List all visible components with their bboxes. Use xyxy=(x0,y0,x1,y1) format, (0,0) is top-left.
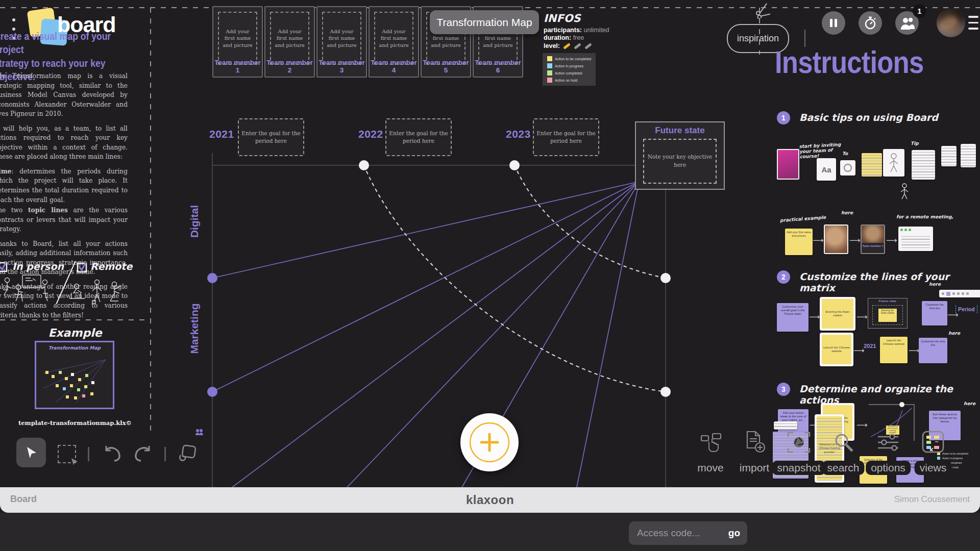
timer-button[interactable] xyxy=(859,11,882,35)
plus-icon xyxy=(468,421,511,464)
tip-note: Tip xyxy=(911,141,919,146)
in-person-illustration xyxy=(0,274,51,305)
figure-doodle xyxy=(898,183,911,200)
arrow-glyph: ⟶ xyxy=(856,312,868,321)
remote-checkbox[interactable] xyxy=(77,262,88,273)
instruction-sticky: Customize the time line xyxy=(922,301,947,325)
arrow-glyph: ⟶ xyxy=(813,236,824,245)
instruction-card xyxy=(941,146,957,166)
team-photo-placeholder[interactable]: Add your first name and picture xyxy=(270,12,309,65)
snapshot-tool[interactable] xyxy=(787,432,811,453)
example-thumbnail[interactable]: Transformation Map xyxy=(35,341,114,409)
topic-label-digital[interactable]: Digital xyxy=(188,205,201,238)
in-person-checkbox[interactable] xyxy=(0,261,8,272)
future-objective-input[interactable]: Note your key objective here xyxy=(643,139,717,184)
tool-divider xyxy=(88,447,89,461)
team-card[interactable]: Add your first name and pictureTeam memb… xyxy=(369,6,419,78)
future-state-box[interactable]: Future state Note your key objective her… xyxy=(635,121,725,190)
arrow-glyph: ⟶ xyxy=(809,312,820,321)
lasso-tool[interactable] xyxy=(178,444,197,463)
mini-toolbar xyxy=(939,290,980,297)
arc-handle[interactable] xyxy=(660,387,671,397)
team-card-label: Team member 2 xyxy=(265,59,314,74)
topic-handle[interactable] xyxy=(207,273,217,283)
instruction-sticky: Add your first name and picture xyxy=(785,229,813,255)
pause-icon xyxy=(828,18,839,28)
team-card-label: Team member 4 xyxy=(370,59,418,74)
views-tool[interactable]: ~ xyxy=(922,431,944,453)
year-thumb: 2021 xyxy=(864,343,876,349)
mode-remote-label: Remote xyxy=(90,261,132,272)
redo-button[interactable] xyxy=(133,445,153,462)
snapshot-label: snapshot xyxy=(772,461,825,475)
team-card[interactable]: Add your first name and pictureTeam memb… xyxy=(212,6,263,78)
avatar[interactable] xyxy=(937,9,965,37)
section-number: 3 xyxy=(777,383,790,396)
search-tool[interactable] xyxy=(833,432,854,453)
arc-handle[interactable] xyxy=(359,160,369,170)
team-photo-placeholder[interactable]: Add your first name and picture xyxy=(374,12,413,65)
year-label[interactable]: 2022 xyxy=(358,128,383,140)
pause-button[interactable] xyxy=(822,11,845,35)
team-card-label: Team member 5 xyxy=(422,59,470,74)
board-app: Digital Marketing Sales 2021 Enter the g… xyxy=(0,0,980,551)
people-icon xyxy=(899,16,915,30)
instruction-card xyxy=(912,150,935,180)
board-title-pill[interactable]: Transformation Map xyxy=(430,10,539,34)
goal-box-2021[interactable]: Enter the goal for the period here xyxy=(238,118,304,156)
topic-handle[interactable] xyxy=(207,387,217,397)
move-tool[interactable] xyxy=(700,433,722,453)
future-state-thumb: Future state Entering the Asian market xyxy=(868,298,908,329)
paragraph: The Transformation map is a visual strat… xyxy=(0,71,128,119)
arc-handle[interactable] xyxy=(509,160,520,170)
access-code-field[interactable]: go xyxy=(629,521,747,545)
options-label: options xyxy=(866,461,911,475)
arrow-glyph: ⟶ xyxy=(856,420,868,430)
instruction-sticky: Customize the time line xyxy=(919,338,947,363)
infos-title: INFOS xyxy=(544,12,609,24)
user-name: Simon Coussement xyxy=(894,494,970,505)
team-photo-placeholder[interactable]: Add your first name and picture xyxy=(218,12,257,65)
cursor-tool-active[interactable] xyxy=(16,438,46,467)
marquee-select-tool[interactable] xyxy=(58,445,76,463)
arrow-glyph: ⟶ xyxy=(853,346,865,355)
year-label[interactable]: 2023 xyxy=(506,128,531,140)
browser-thumb xyxy=(898,227,933,251)
level-brush-icon xyxy=(563,42,571,49)
instruction-sticky: Customize your overall goal in the 'Futu… xyxy=(777,303,808,332)
undo-button[interactable] xyxy=(102,445,122,462)
views-label: views xyxy=(915,461,952,475)
instruction-sticky xyxy=(862,153,882,177)
goal-box-2023[interactable]: Enter the goal for the period here xyxy=(533,118,599,156)
infos-block: INFOS participants: unlimited duration: … xyxy=(544,12,609,49)
paragraph: It will help you, as a team, to list all… xyxy=(0,124,128,162)
team-card[interactable]: Add your first name and pictureTeam memb… xyxy=(264,6,315,78)
options-tool[interactable] xyxy=(877,433,899,452)
here-note: here xyxy=(841,210,853,215)
year-label[interactable]: 2021 xyxy=(209,128,234,140)
goal-box-2022[interactable]: Enter the goal for the period here xyxy=(385,118,452,156)
team-card[interactable]: Add your first name and pictureTeam memb… xyxy=(316,6,367,78)
legend-swatch-yellow xyxy=(547,56,552,61)
tool-divider xyxy=(164,447,166,461)
add-element-button[interactable] xyxy=(460,413,519,471)
section-number: 2 xyxy=(777,270,790,284)
import-tool[interactable] xyxy=(744,431,767,454)
figure-doodle xyxy=(883,149,904,177)
team-photo-placeholder[interactable]: Add your first name and picture xyxy=(322,12,361,65)
arc-handle[interactable] xyxy=(660,273,671,283)
menu-icon[interactable] xyxy=(968,16,978,30)
instruction-card xyxy=(774,421,797,430)
topic-label-marketing[interactable]: Marketing xyxy=(188,303,201,354)
example-title: Example xyxy=(0,327,150,339)
section-number: 1 xyxy=(777,111,790,124)
svg-text:~: ~ xyxy=(935,439,939,445)
go-button[interactable]: go xyxy=(728,528,740,539)
team-card-label: Team member 6 xyxy=(474,59,522,74)
legend-swatch-pink xyxy=(547,78,552,83)
level-brush-icon xyxy=(584,42,592,49)
legend-swatch-blue xyxy=(547,63,552,68)
access-code-input[interactable] xyxy=(636,527,728,539)
section-title: Determine and organize the actions xyxy=(799,383,980,406)
instruction-card: Entering the Asian market xyxy=(820,297,855,331)
